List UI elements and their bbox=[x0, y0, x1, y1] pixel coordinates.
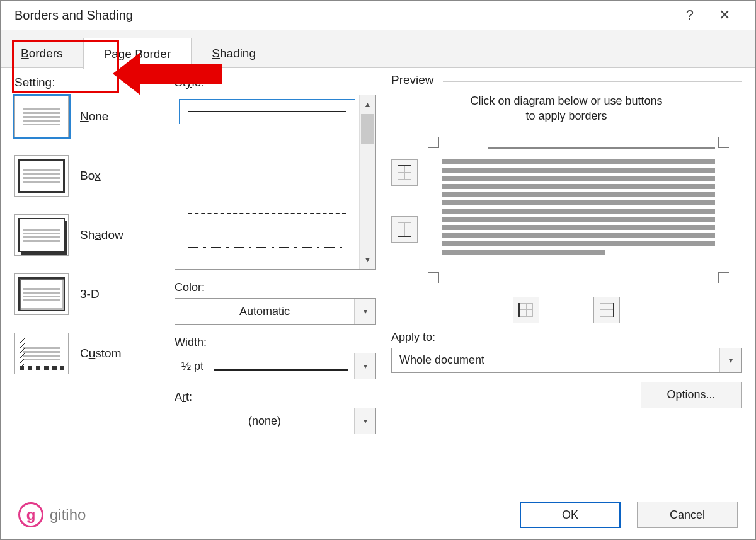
dialog-body: Setting: None Box bbox=[1, 68, 755, 485]
scroll-down-icon[interactable]: ▼ bbox=[360, 250, 375, 269]
preview-column: Preview Click on diagram below or use bu… bbox=[391, 73, 742, 477]
setting-list: None Box Shadow bbox=[14, 96, 159, 374]
tab-shading-accel: S bbox=[212, 47, 220, 60]
corner-icon bbox=[428, 137, 439, 148]
setting-heading: Setting: bbox=[14, 76, 159, 89]
width-heading: Width: bbox=[175, 336, 376, 349]
setting-shadow-icon bbox=[14, 214, 69, 256]
border-toggle-left[interactable] bbox=[513, 297, 539, 323]
preview-top-accent bbox=[488, 147, 715, 149]
border-toggle-right[interactable] bbox=[593, 297, 620, 323]
tab-borders[interactable]: Borders bbox=[1, 38, 83, 68]
dialog-title: Borders and Shading bbox=[14, 8, 133, 23]
style-column: Style: ▲ ▼ Color: bbox=[175, 73, 376, 477]
preview-area bbox=[391, 141, 742, 279]
chevron-down-icon[interactable]: ▾ bbox=[354, 408, 375, 434]
style-option-dotted[interactable] bbox=[179, 133, 355, 158]
tab-page-border-label: age Border bbox=[112, 47, 171, 60]
apply-to-value: Whole document bbox=[399, 353, 484, 367]
tab-row: Borders Page Border Shading bbox=[1, 30, 755, 68]
setting-none-icon bbox=[14, 96, 69, 137]
width-preview-line bbox=[214, 369, 348, 371]
setting-none-label: None bbox=[80, 110, 108, 124]
preview-bottom-buttons bbox=[391, 297, 742, 323]
art-field: Art: (none) ▾ bbox=[175, 391, 376, 434]
corner-icon bbox=[718, 137, 729, 148]
watermark-glyph: g bbox=[18, 502, 43, 527]
setting-box-label: Box bbox=[80, 169, 101, 183]
setting-3d-label: 3-D bbox=[80, 287, 100, 301]
setting-option-3d[interactable]: 3-D bbox=[14, 273, 159, 315]
titlebar: Borders and Shading ? ✕ bbox=[1, 1, 755, 30]
scroll-thumb[interactable] bbox=[361, 114, 374, 144]
ok-button[interactable]: OK bbox=[520, 502, 621, 528]
border-toggle-bottom[interactable] bbox=[391, 216, 418, 243]
apply-to-combo[interactable]: Whole document ▾ bbox=[391, 348, 742, 373]
dialog-window: Borders and Shading ? ✕ Borders Page Bor… bbox=[0, 0, 756, 540]
scroll-track[interactable] bbox=[360, 114, 375, 250]
preview-page[interactable] bbox=[432, 141, 725, 279]
corner-icon bbox=[428, 272, 439, 283]
style-option-dashed-fine[interactable] bbox=[179, 167, 355, 192]
color-value: Automatic bbox=[239, 305, 290, 318]
width-value: ½ pt bbox=[181, 360, 203, 373]
preview-heading: Preview bbox=[391, 73, 434, 87]
color-heading: Color: bbox=[175, 281, 376, 294]
style-option-dash-dot[interactable] bbox=[179, 235, 355, 260]
style-items bbox=[175, 95, 359, 269]
color-combo[interactable]: Automatic ▾ bbox=[175, 298, 376, 325]
tab-page-border[interactable]: Page Border bbox=[83, 38, 192, 69]
width-field: Width: ½ pt ▾ bbox=[175, 336, 376, 379]
chevron-down-icon[interactable]: ▾ bbox=[354, 353, 375, 379]
setting-3d-icon bbox=[14, 273, 69, 315]
style-option-dashed[interactable] bbox=[179, 201, 355, 226]
preview-text-lines bbox=[442, 159, 715, 255]
cancel-button[interactable]: Cancel bbox=[637, 502, 738, 528]
setting-option-custom[interactable]: Custom bbox=[14, 333, 159, 374]
tab-borders-accel: B bbox=[21, 47, 29, 60]
preview-heading-rule bbox=[443, 81, 742, 82]
watermark-text: gitiho bbox=[50, 506, 86, 524]
preview-side-buttons bbox=[391, 159, 418, 279]
style-option-solid[interactable] bbox=[179, 99, 355, 124]
art-value: (none) bbox=[248, 415, 281, 428]
art-heading: Art: bbox=[175, 391, 376, 404]
setting-custom-icon bbox=[14, 333, 69, 374]
apply-to-heading: Apply to: bbox=[391, 331, 742, 344]
apply-to-field: Apply to: Whole document ▾ bbox=[391, 331, 742, 373]
setting-shadow-label: Shadow bbox=[80, 228, 123, 242]
color-field: Color: Automatic ▾ bbox=[175, 281, 376, 325]
corner-icon bbox=[718, 272, 729, 283]
options-button[interactable]: Options... bbox=[641, 382, 742, 408]
style-scrollbar[interactable]: ▲ ▼ bbox=[359, 95, 375, 269]
tab-shading[interactable]: Shading bbox=[192, 38, 276, 68]
tab-borders-label: orders bbox=[29, 47, 63, 60]
scroll-up-icon[interactable]: ▲ bbox=[360, 95, 375, 114]
border-toggle-top[interactable] bbox=[391, 159, 418, 186]
setting-box-icon bbox=[14, 155, 69, 197]
setting-option-shadow[interactable]: Shadow bbox=[14, 214, 159, 256]
art-combo[interactable]: (none) ▾ bbox=[175, 408, 376, 434]
tab-page-border-accel: P bbox=[104, 47, 112, 60]
preview-instructions: Click on diagram below or use buttons to… bbox=[391, 93, 742, 124]
close-button[interactable]: ✕ bbox=[719, 7, 730, 23]
chevron-down-icon[interactable]: ▾ bbox=[354, 299, 375, 324]
help-button[interactable]: ? bbox=[686, 7, 694, 23]
watermark-logo: g gitiho bbox=[18, 502, 86, 527]
setting-option-none[interactable]: None bbox=[14, 96, 159, 137]
tab-shading-label: hading bbox=[220, 47, 256, 60]
width-combo[interactable]: ½ pt ▾ bbox=[175, 353, 376, 379]
style-listbox[interactable]: ▲ ▼ bbox=[175, 95, 376, 270]
style-heading: Style: bbox=[175, 76, 376, 89]
setting-custom-label: Custom bbox=[80, 347, 122, 360]
dialog-footer: g gitiho OK Cancel bbox=[1, 490, 755, 539]
chevron-down-icon[interactable]: ▾ bbox=[719, 348, 741, 372]
setting-option-box[interactable]: Box bbox=[14, 155, 159, 197]
setting-column: Setting: None Box bbox=[14, 73, 159, 477]
